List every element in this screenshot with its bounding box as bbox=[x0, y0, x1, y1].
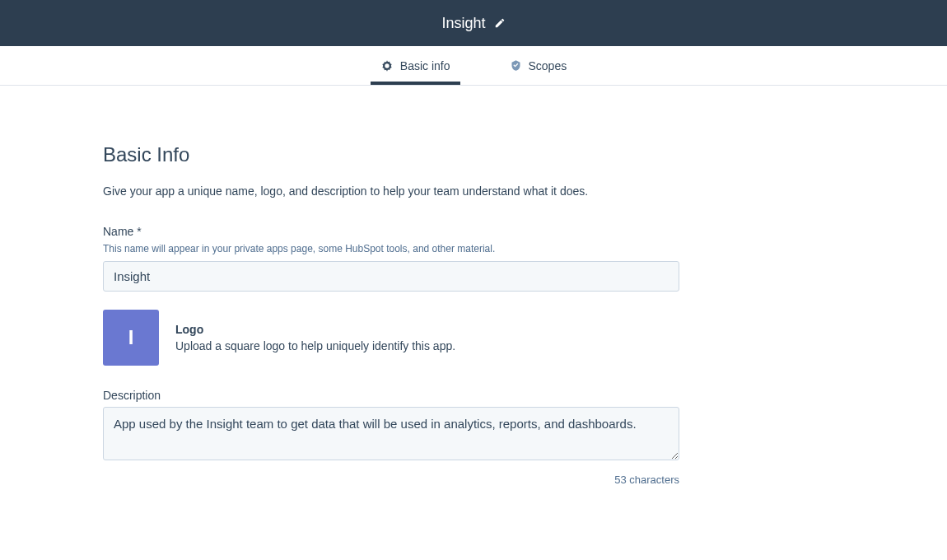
character-count: 53 characters bbox=[103, 474, 679, 486]
name-input[interactable] bbox=[103, 261, 679, 292]
logo-section: I Logo Upload a square logo to help uniq… bbox=[103, 310, 679, 366]
logo-avatar[interactable]: I bbox=[103, 310, 159, 366]
section-subtitle: Give your app a unique name, logo, and d… bbox=[103, 183, 679, 200]
shield-icon bbox=[510, 59, 522, 72]
logo-help-text: Upload a square logo to help uniquely id… bbox=[175, 339, 679, 352]
name-field-group: Name * This name will appear in your pri… bbox=[103, 225, 679, 292]
tab-basic-info[interactable]: Basic info bbox=[371, 46, 460, 85]
name-label: Name * bbox=[103, 225, 679, 238]
header: Insight bbox=[0, 0, 947, 46]
logo-initial: I bbox=[128, 326, 134, 349]
description-textarea[interactable] bbox=[103, 407, 679, 460]
logo-label: Logo bbox=[175, 323, 679, 336]
name-help-text: This name will appear in your private ap… bbox=[103, 243, 679, 254]
description-field-group: Description 53 characters bbox=[103, 389, 679, 486]
gear-icon bbox=[380, 59, 394, 72]
logo-text-group: Logo Upload a square logo to help unique… bbox=[175, 323, 679, 352]
tab-scopes[interactable]: Scopes bbox=[500, 46, 577, 85]
tab-bar: Basic info Scopes bbox=[0, 46, 947, 86]
tab-label: Scopes bbox=[529, 59, 567, 72]
pencil-icon[interactable] bbox=[494, 17, 506, 29]
description-label: Description bbox=[103, 389, 679, 402]
main-content: Basic Info Give your app a unique name, … bbox=[103, 86, 679, 537]
section-title: Basic Info bbox=[103, 143, 679, 166]
tab-label: Basic info bbox=[400, 59, 450, 72]
app-title: Insight bbox=[441, 15, 485, 32]
